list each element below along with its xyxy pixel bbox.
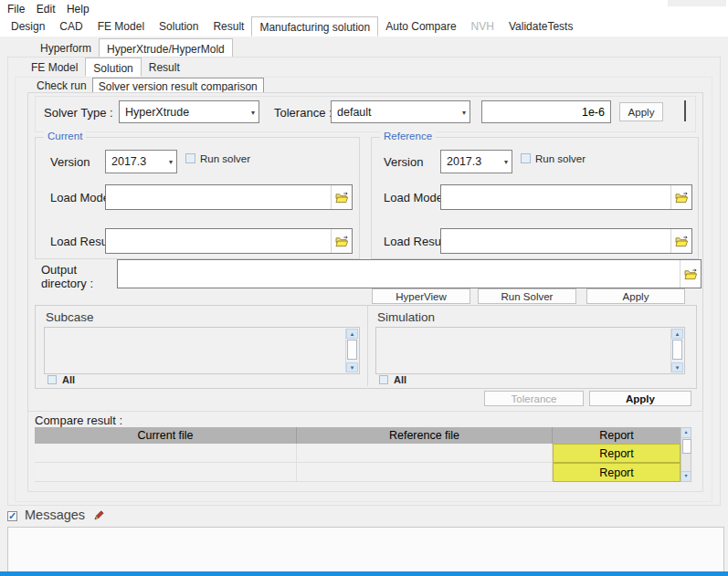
- current-group-legend: Current: [44, 131, 86, 141]
- column-header-current-file[interactable]: Current file: [35, 427, 297, 444]
- scrollbar-thumb[interactable]: [682, 439, 691, 454]
- table-row-2-report-button[interactable]: Report: [553, 463, 681, 482]
- messages-textarea[interactable]: [7, 527, 724, 572]
- reference-version-label: Version: [384, 155, 423, 169]
- scroll-up-icon[interactable]: ▴: [346, 329, 358, 339]
- column-header-reference-file[interactable]: Reference file: [297, 427, 553, 444]
- tab-design[interactable]: Design: [4, 16, 52, 37]
- scroll-down-icon[interactable]: ▾: [681, 471, 691, 481]
- tab-solver-version-result-comparison[interactable]: Solver version result comparison: [92, 78, 264, 93]
- current-load-model-browse-button[interactable]: [331, 185, 352, 209]
- scroll-up-icon[interactable]: ▴: [681, 428, 691, 438]
- scroll-down-icon[interactable]: ▾: [671, 362, 683, 372]
- pencil-edit-icon[interactable]: [91, 508, 105, 522]
- widget-fragment: [681, 100, 686, 121]
- current-load-model-input[interactable]: [106, 185, 331, 209]
- current-load-result-input[interactable]: [106, 229, 331, 253]
- reference-load-result-label: Load Result: [384, 235, 447, 248]
- current-load-result-browse-button[interactable]: [331, 229, 352, 253]
- folder-open-icon: [675, 192, 689, 204]
- window-bottom-border: [0, 571, 728, 576]
- panel-divider: [367, 306, 368, 386]
- scrollbar-thumb[interactable]: [347, 340, 357, 360]
- menu-edit[interactable]: Edit: [37, 1, 63, 17]
- reference-load-model-field: [440, 184, 692, 210]
- tab-hyperxtrude-hypermold[interactable]: HyperXtrude/HyperMold: [99, 38, 233, 58]
- simulation-all-checkbox[interactable]: [379, 375, 388, 384]
- tab-validatetests[interactable]: ValidateTests: [501, 16, 580, 37]
- table-row-1-current-file[interactable]: [35, 444, 297, 463]
- compare-result-title: Compare result :: [35, 414, 122, 427]
- menu-help[interactable]: Help: [67, 1, 97, 17]
- hyperview-button[interactable]: HyperView: [372, 288, 470, 304]
- apply-button[interactable]: Apply: [586, 288, 685, 304]
- tolerance-select[interactable]: default ▾: [331, 100, 470, 123]
- table-row-1-reference-file[interactable]: [297, 444, 553, 463]
- tab-auto-compare[interactable]: Auto Compare: [378, 16, 463, 37]
- chevron-down-icon: ▾: [462, 108, 466, 116]
- module-tab-bar: Hyperform HyperXtrude/HyperMold: [33, 38, 233, 58]
- reference-version-value: 2017.3: [447, 155, 481, 168]
- solver-type-value: HyperXtrude: [125, 106, 189, 119]
- tab-check-run[interactable]: Check run: [31, 78, 92, 93]
- tab-result[interactable]: Result: [206, 16, 251, 37]
- solver-type-select[interactable]: HyperXtrude ▾: [119, 100, 259, 123]
- reference-run-solver-checkbox[interactable]: [521, 153, 531, 163]
- stage-tab-bar: FE Model Solution Result: [24, 58, 187, 77]
- tolerance-button: Tolerance: [484, 391, 584, 406]
- folder-open-icon: [335, 236, 349, 247]
- subcase-scrollbar[interactable]: ▴ ▾: [345, 329, 358, 372]
- application-window: File Edit Help Design CAD FE Model Solut…: [0, 0, 728, 576]
- scroll-down-icon[interactable]: ▾: [346, 362, 358, 372]
- table-row-2-current-file[interactable]: [35, 463, 297, 482]
- subcase-listbox[interactable]: ▴ ▾: [44, 327, 360, 374]
- tab-stage-fe-model[interactable]: FE Model: [24, 58, 85, 77]
- simulation-listbox[interactable]: ▴ ▾: [375, 327, 685, 374]
- tab-stage-solution[interactable]: Solution: [85, 58, 141, 77]
- chevron-down-icon: ▾: [251, 108, 255, 116]
- output-directory-browse-button[interactable]: [680, 260, 701, 288]
- scroll-up-icon[interactable]: ▴: [671, 329, 683, 339]
- menu-file[interactable]: File: [7, 1, 32, 17]
- reference-load-model-label: Load Model: [384, 191, 446, 204]
- reference-load-model-browse-button[interactable]: [670, 185, 691, 209]
- chevron-down-icon: ▾: [169, 158, 173, 166]
- messages-checkbox[interactable]: ✓: [7, 511, 17, 521]
- tab-hyperform[interactable]: Hyperform: [33, 38, 99, 58]
- window-corner-fragment: [668, 0, 726, 6]
- tolerance-custom-input[interactable]: [482, 101, 610, 122]
- reference-version-select[interactable]: 2017.3 ▾: [440, 150, 512, 173]
- table-row-2-reference-file[interactable]: [297, 463, 553, 482]
- folder-open-icon: [684, 268, 698, 280]
- subcase-all-checkbox[interactable]: [47, 375, 57, 384]
- tab-cad[interactable]: CAD: [52, 16, 90, 37]
- tab-fe-model[interactable]: FE Model: [90, 16, 152, 37]
- tab-nvh: NVH: [464, 16, 501, 37]
- current-run-solver-label: Run solver: [200, 153, 250, 164]
- solver-type-label: Solver Type :: [44, 106, 113, 120]
- tolerance-apply-button[interactable]: Apply: [619, 102, 663, 121]
- reference-load-model-input[interactable]: [441, 185, 670, 209]
- table-row-1-report-button[interactable]: Report: [553, 444, 681, 463]
- table-scrollbar[interactable]: ▴ ▾: [681, 427, 691, 482]
- mode-tab-bar: Check run Solver version result comparis…: [31, 78, 264, 93]
- tab-manufacturing-solution[interactable]: Manufacturing solution: [251, 16, 378, 37]
- output-directory-label: Output directory :: [41, 263, 98, 290]
- tolerance-custom-field-wrap: [481, 100, 611, 123]
- simulation-scrollbar[interactable]: ▴ ▾: [670, 329, 683, 372]
- reference-load-result-browse-button[interactable]: [670, 229, 691, 253]
- subcase-all-label: All: [62, 374, 75, 385]
- column-header-report[interactable]: Report: [553, 427, 681, 444]
- tab-stage-result[interactable]: Result: [142, 58, 187, 77]
- run-solver-button[interactable]: Run Solver: [478, 288, 576, 304]
- tab-solution[interactable]: Solution: [152, 16, 206, 37]
- current-version-select[interactable]: 2017.3 ▾: [105, 150, 177, 173]
- reference-run-solver-label: Run solver: [535, 153, 586, 164]
- output-directory-input[interactable]: [118, 260, 680, 288]
- current-load-result-label: Load Result: [50, 235, 113, 248]
- reference-load-result-input[interactable]: [441, 229, 670, 253]
- scrollbar-thumb[interactable]: [672, 340, 682, 360]
- current-load-result-field: [105, 228, 353, 254]
- current-run-solver-checkbox[interactable]: [185, 153, 195, 163]
- secondary-apply-button[interactable]: Apply: [589, 391, 691, 406]
